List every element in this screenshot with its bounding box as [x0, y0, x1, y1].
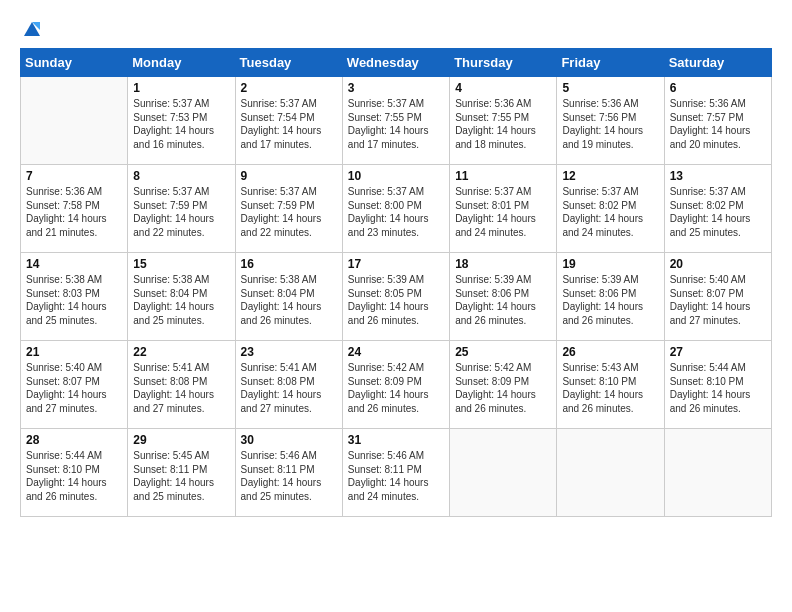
day-detail: Sunrise: 5:37 AM Sunset: 8:00 PM Dayligh… — [348, 185, 444, 239]
calendar-cell: 4Sunrise: 5:36 AM Sunset: 7:55 PM Daylig… — [450, 77, 557, 165]
day-number: 15 — [133, 257, 229, 271]
logo — [20, 20, 42, 38]
calendar-cell: 9Sunrise: 5:37 AM Sunset: 7:59 PM Daylig… — [235, 165, 342, 253]
day-number: 14 — [26, 257, 122, 271]
day-detail: Sunrise: 5:37 AM Sunset: 7:55 PM Dayligh… — [348, 97, 444, 151]
calendar-cell: 26Sunrise: 5:43 AM Sunset: 8:10 PM Dayli… — [557, 341, 664, 429]
day-number: 27 — [670, 345, 766, 359]
day-number: 11 — [455, 169, 551, 183]
calendar-cell: 25Sunrise: 5:42 AM Sunset: 8:09 PM Dayli… — [450, 341, 557, 429]
calendar-cell: 23Sunrise: 5:41 AM Sunset: 8:08 PM Dayli… — [235, 341, 342, 429]
day-number: 8 — [133, 169, 229, 183]
day-number: 28 — [26, 433, 122, 447]
day-detail: Sunrise: 5:42 AM Sunset: 8:09 PM Dayligh… — [348, 361, 444, 415]
day-detail: Sunrise: 5:36 AM Sunset: 7:58 PM Dayligh… — [26, 185, 122, 239]
day-detail: Sunrise: 5:44 AM Sunset: 8:10 PM Dayligh… — [26, 449, 122, 503]
calendar-week-4: 21Sunrise: 5:40 AM Sunset: 8:07 PM Dayli… — [21, 341, 772, 429]
logo-icon — [22, 20, 42, 38]
day-detail: Sunrise: 5:37 AM Sunset: 7:59 PM Dayligh… — [241, 185, 337, 239]
day-detail: Sunrise: 5:41 AM Sunset: 8:08 PM Dayligh… — [133, 361, 229, 415]
calendar-cell — [557, 429, 664, 517]
day-number: 1 — [133, 81, 229, 95]
day-detail: Sunrise: 5:38 AM Sunset: 8:04 PM Dayligh… — [133, 273, 229, 327]
calendar-cell: 21Sunrise: 5:40 AM Sunset: 8:07 PM Dayli… — [21, 341, 128, 429]
calendar-header-tuesday: Tuesday — [235, 49, 342, 77]
calendar-cell — [664, 429, 771, 517]
day-number: 3 — [348, 81, 444, 95]
day-detail: Sunrise: 5:42 AM Sunset: 8:09 PM Dayligh… — [455, 361, 551, 415]
calendar-cell: 5Sunrise: 5:36 AM Sunset: 7:56 PM Daylig… — [557, 77, 664, 165]
calendar: SundayMondayTuesdayWednesdayThursdayFrid… — [20, 48, 772, 517]
calendar-cell: 31Sunrise: 5:46 AM Sunset: 8:11 PM Dayli… — [342, 429, 449, 517]
day-detail: Sunrise: 5:45 AM Sunset: 8:11 PM Dayligh… — [133, 449, 229, 503]
calendar-cell: 7Sunrise: 5:36 AM Sunset: 7:58 PM Daylig… — [21, 165, 128, 253]
day-number: 21 — [26, 345, 122, 359]
calendar-cell: 28Sunrise: 5:44 AM Sunset: 8:10 PM Dayli… — [21, 429, 128, 517]
day-detail: Sunrise: 5:39 AM Sunset: 8:06 PM Dayligh… — [455, 273, 551, 327]
calendar-cell: 24Sunrise: 5:42 AM Sunset: 8:09 PM Dayli… — [342, 341, 449, 429]
calendar-cell: 14Sunrise: 5:38 AM Sunset: 8:03 PM Dayli… — [21, 253, 128, 341]
day-detail: Sunrise: 5:38 AM Sunset: 8:04 PM Dayligh… — [241, 273, 337, 327]
day-number: 30 — [241, 433, 337, 447]
calendar-header-saturday: Saturday — [664, 49, 771, 77]
day-detail: Sunrise: 5:41 AM Sunset: 8:08 PM Dayligh… — [241, 361, 337, 415]
day-number: 16 — [241, 257, 337, 271]
day-detail: Sunrise: 5:44 AM Sunset: 8:10 PM Dayligh… — [670, 361, 766, 415]
day-number: 26 — [562, 345, 658, 359]
day-number: 10 — [348, 169, 444, 183]
calendar-cell: 10Sunrise: 5:37 AM Sunset: 8:00 PM Dayli… — [342, 165, 449, 253]
day-detail: Sunrise: 5:46 AM Sunset: 8:11 PM Dayligh… — [241, 449, 337, 503]
day-number: 9 — [241, 169, 337, 183]
day-detail: Sunrise: 5:37 AM Sunset: 7:59 PM Dayligh… — [133, 185, 229, 239]
calendar-cell — [450, 429, 557, 517]
calendar-cell: 1Sunrise: 5:37 AM Sunset: 7:53 PM Daylig… — [128, 77, 235, 165]
day-detail: Sunrise: 5:37 AM Sunset: 8:01 PM Dayligh… — [455, 185, 551, 239]
day-number: 17 — [348, 257, 444, 271]
calendar-cell: 11Sunrise: 5:37 AM Sunset: 8:01 PM Dayli… — [450, 165, 557, 253]
day-detail: Sunrise: 5:37 AM Sunset: 7:54 PM Dayligh… — [241, 97, 337, 151]
day-detail: Sunrise: 5:40 AM Sunset: 8:07 PM Dayligh… — [26, 361, 122, 415]
day-number: 24 — [348, 345, 444, 359]
day-detail: Sunrise: 5:36 AM Sunset: 7:57 PM Dayligh… — [670, 97, 766, 151]
calendar-header-monday: Monday — [128, 49, 235, 77]
calendar-cell: 29Sunrise: 5:45 AM Sunset: 8:11 PM Dayli… — [128, 429, 235, 517]
day-detail: Sunrise: 5:38 AM Sunset: 8:03 PM Dayligh… — [26, 273, 122, 327]
calendar-cell: 18Sunrise: 5:39 AM Sunset: 8:06 PM Dayli… — [450, 253, 557, 341]
calendar-header-wednesday: Wednesday — [342, 49, 449, 77]
day-detail: Sunrise: 5:43 AM Sunset: 8:10 PM Dayligh… — [562, 361, 658, 415]
calendar-header-sunday: Sunday — [21, 49, 128, 77]
calendar-week-5: 28Sunrise: 5:44 AM Sunset: 8:10 PM Dayli… — [21, 429, 772, 517]
day-number: 19 — [562, 257, 658, 271]
calendar-cell: 13Sunrise: 5:37 AM Sunset: 8:02 PM Dayli… — [664, 165, 771, 253]
calendar-header-friday: Friday — [557, 49, 664, 77]
day-number: 25 — [455, 345, 551, 359]
calendar-week-1: 1Sunrise: 5:37 AM Sunset: 7:53 PM Daylig… — [21, 77, 772, 165]
day-number: 22 — [133, 345, 229, 359]
day-number: 31 — [348, 433, 444, 447]
calendar-cell: 19Sunrise: 5:39 AM Sunset: 8:06 PM Dayli… — [557, 253, 664, 341]
calendar-cell — [21, 77, 128, 165]
day-detail: Sunrise: 5:37 AM Sunset: 8:02 PM Dayligh… — [670, 185, 766, 239]
day-number: 6 — [670, 81, 766, 95]
day-detail: Sunrise: 5:36 AM Sunset: 7:56 PM Dayligh… — [562, 97, 658, 151]
day-number: 2 — [241, 81, 337, 95]
day-number: 5 — [562, 81, 658, 95]
calendar-week-2: 7Sunrise: 5:36 AM Sunset: 7:58 PM Daylig… — [21, 165, 772, 253]
calendar-cell: 15Sunrise: 5:38 AM Sunset: 8:04 PM Dayli… — [128, 253, 235, 341]
day-number: 7 — [26, 169, 122, 183]
calendar-cell: 30Sunrise: 5:46 AM Sunset: 8:11 PM Dayli… — [235, 429, 342, 517]
calendar-cell: 17Sunrise: 5:39 AM Sunset: 8:05 PM Dayli… — [342, 253, 449, 341]
day-detail: Sunrise: 5:37 AM Sunset: 7:53 PM Dayligh… — [133, 97, 229, 151]
calendar-header-thursday: Thursday — [450, 49, 557, 77]
calendar-cell: 27Sunrise: 5:44 AM Sunset: 8:10 PM Dayli… — [664, 341, 771, 429]
calendar-cell: 8Sunrise: 5:37 AM Sunset: 7:59 PM Daylig… — [128, 165, 235, 253]
day-number: 13 — [670, 169, 766, 183]
day-number: 4 — [455, 81, 551, 95]
calendar-week-3: 14Sunrise: 5:38 AM Sunset: 8:03 PM Dayli… — [21, 253, 772, 341]
day-detail: Sunrise: 5:36 AM Sunset: 7:55 PM Dayligh… — [455, 97, 551, 151]
day-number: 29 — [133, 433, 229, 447]
calendar-cell: 20Sunrise: 5:40 AM Sunset: 8:07 PM Dayli… — [664, 253, 771, 341]
day-detail: Sunrise: 5:40 AM Sunset: 8:07 PM Dayligh… — [670, 273, 766, 327]
calendar-cell: 16Sunrise: 5:38 AM Sunset: 8:04 PM Dayli… — [235, 253, 342, 341]
day-number: 18 — [455, 257, 551, 271]
